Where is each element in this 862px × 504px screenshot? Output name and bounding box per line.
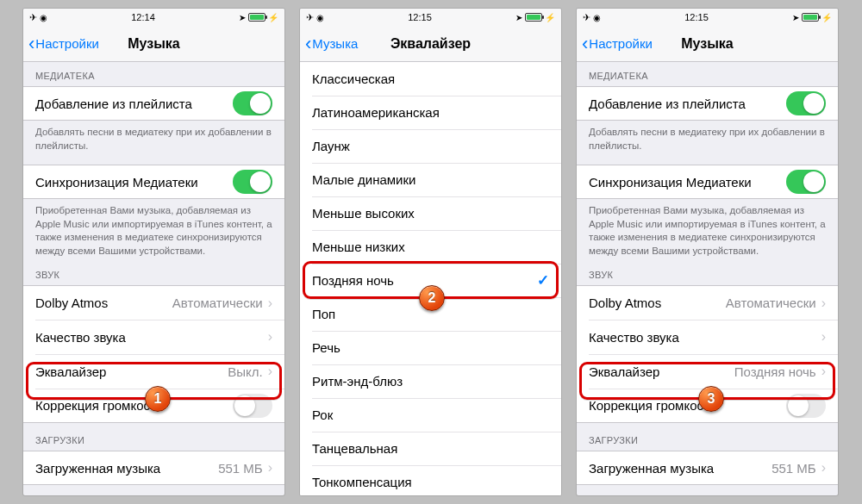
toggle-on[interactable] [786, 91, 826, 115]
equalizer-list[interactable]: КлассическаяЛатиноамериканскаяЛаунжМалые… [300, 62, 561, 495]
section-library: МЕДИАТЕКА [23, 62, 284, 86]
row-dolby-atmos[interactable]: Dolby Atmos Автоматически› [23, 285, 284, 320]
row-loudness[interactable]: Коррекция громкости [577, 389, 838, 423]
eq-option[interactable]: Лаунж [300, 129, 561, 163]
airplane-icon: ✈︎ [306, 12, 314, 23]
section-downloads: ЗАГРУЗКИ [23, 423, 284, 451]
location-icon: ➤ [792, 13, 799, 22]
eq-option[interactable]: Малые динамики [300, 163, 561, 196]
section-sound: ЗВУК [577, 258, 838, 285]
chevron-right-icon: › [821, 364, 826, 378]
chevron-left-icon: ‹ [582, 34, 588, 53]
row-label: Коррекция громкости [35, 398, 163, 413]
chevron-left-icon: ‹ [28, 34, 34, 53]
footer-note: Приобретенная Вами музыка, добавляемая и… [577, 199, 838, 258]
location-icon: ➤ [239, 13, 246, 22]
eq-option[interactable]: Классическая [300, 62, 561, 96]
row-value: Автоматически [726, 296, 816, 310]
chevron-right-icon: › [268, 461, 272, 475]
back-label: Музыка [312, 36, 358, 51]
row-label: Добавление из плейлиста [35, 96, 192, 111]
eq-option-label: Малые динамики [312, 172, 415, 187]
row-equalizer[interactable]: Эквалайзер Поздняя ночь› [577, 354, 838, 389]
toggle-on[interactable] [233, 91, 272, 115]
row-quality[interactable]: Качество звука › [577, 320, 838, 354]
row-label: Dolby Atmos [589, 296, 661, 310]
chevron-right-icon: › [821, 330, 826, 344]
eq-option-label: Меньше низких [312, 240, 405, 254]
nav-bar: ‹ Настройки Музыка [23, 26, 284, 62]
status-time: 12:14 [131, 12, 155, 22]
row-label: Добавление из плейлиста [589, 96, 746, 111]
screenshot-2: ✈︎ ◉ 12:15 ➤ ⚡ ‹ Музыка Эквалайзер Класс… [300, 9, 561, 495]
eq-option[interactable]: Поп [300, 297, 561, 331]
row-quality[interactable]: Качество звука › [23, 320, 284, 354]
row-downloaded-music[interactable]: Загруженная музыка 551 МБ› [23, 451, 284, 485]
back-button[interactable]: ‹ Музыка [305, 34, 358, 53]
settings-content: МЕДИАТЕКА Добавление из плейлиста Добавл… [577, 62, 838, 495]
nav-bar: ‹ Музыка Эквалайзер [300, 26, 561, 62]
eq-option[interactable]: Меньше высоких [300, 196, 561, 230]
charging-icon: ⚡ [268, 13, 278, 22]
eq-option-label: Рок [312, 408, 333, 422]
row-dolby-atmos[interactable]: Dolby Atmos Автоматически› [577, 285, 838, 320]
back-label: Настройки [589, 36, 653, 51]
footer-note: Добавлять песни в медиатеку при их добав… [23, 121, 284, 152]
row-label: Качество звука [589, 330, 679, 345]
row-value: Выкл. [228, 364, 262, 379]
eq-option-label: Классическая [312, 72, 395, 86]
screenshot-1: ✈︎ ◉ 12:14 ➤ ⚡ ‹ Настройки Музыка МЕДИАТ… [23, 9, 284, 495]
row-value: 551 МБ [218, 461, 263, 476]
airplane-icon: ✈︎ [29, 12, 37, 23]
row-label: Загруженная музыка [35, 461, 160, 476]
eq-option[interactable]: Меньше низких [300, 230, 561, 264]
footer-note: Добавлять песни в медиатеку при их добав… [577, 121, 838, 152]
back-button[interactable]: ‹ Настройки [582, 34, 653, 53]
eq-option[interactable]: Рок [300, 398, 561, 432]
eq-option-label: Лаунж [312, 139, 350, 153]
row-sync-library[interactable]: Синхронизация Медиатеки [23, 165, 284, 199]
row-label: Коррекция громкости [589, 398, 716, 413]
chevron-right-icon: › [268, 296, 272, 310]
chevron-left-icon: ‹ [305, 34, 311, 53]
chevron-right-icon: › [821, 461, 826, 475]
row-value: 551 МБ [771, 461, 816, 476]
row-loudness[interactable]: Коррекция громкости [23, 389, 284, 423]
status-time: 12:15 [684, 12, 709, 22]
toggle-off[interactable] [233, 394, 272, 418]
row-add-from-playlist[interactable]: Добавление из плейлиста [577, 86, 838, 121]
wifi-icon: ◉ [593, 13, 601, 22]
row-value: Поздняя ночь [734, 364, 816, 379]
row-sync-library[interactable]: Синхронизация Медиатеки [577, 165, 838, 199]
eq-option[interactable]: Поздняя ночь✓ [300, 264, 561, 297]
toggle-on[interactable] [786, 170, 826, 194]
row-label: Синхронизация Медиатеки [589, 175, 752, 190]
eq-option[interactable]: Тонкомпенсация [300, 465, 561, 495]
row-value: Автоматически [172, 296, 263, 310]
eq-option[interactable]: Танцевальная [300, 432, 561, 465]
nav-bar: ‹ Настройки Музыка [577, 26, 838, 62]
back-button[interactable]: ‹ Настройки [28, 34, 99, 53]
eq-option[interactable]: Латиноамериканская [300, 96, 561, 129]
toggle-on[interactable] [233, 170, 272, 194]
section-library: МЕДИАТЕКА [577, 62, 838, 86]
wifi-icon: ◉ [40, 13, 47, 22]
section-sound: ЗВУК [23, 258, 284, 285]
toggle-off[interactable] [786, 394, 826, 418]
section-downloads: ЗАГРУЗКИ [577, 423, 838, 451]
chevron-right-icon: › [821, 296, 826, 310]
eq-option-label: Латиноамериканская [312, 105, 440, 120]
eq-option[interactable]: Речь [300, 331, 561, 364]
footer-note: Приобретенная Вами музыка, добавляемая и… [23, 199, 284, 258]
battery-icon [248, 13, 265, 22]
settings-content: МЕДИАТЕКА Добавление из плейлиста Добавл… [23, 62, 284, 495]
screenshot-3: ✈︎ ◉ 12:15 ➤ ⚡ ‹ Настройки Музыка МЕДИАТ… [577, 9, 838, 495]
eq-option[interactable]: Ритм-энд-блюз [300, 364, 561, 398]
row-label: Эквалайзер [589, 364, 659, 379]
row-equalizer[interactable]: Эквалайзер Выкл.› [23, 354, 284, 389]
location-icon: ➤ [515, 13, 522, 22]
row-downloaded-music[interactable]: Загруженная музыка 551 МБ› [577, 451, 838, 485]
eq-option-label: Ритм-энд-блюз [312, 374, 403, 389]
row-add-from-playlist[interactable]: Добавление из плейлиста [23, 86, 284, 121]
airplane-icon: ✈︎ [583, 12, 590, 23]
